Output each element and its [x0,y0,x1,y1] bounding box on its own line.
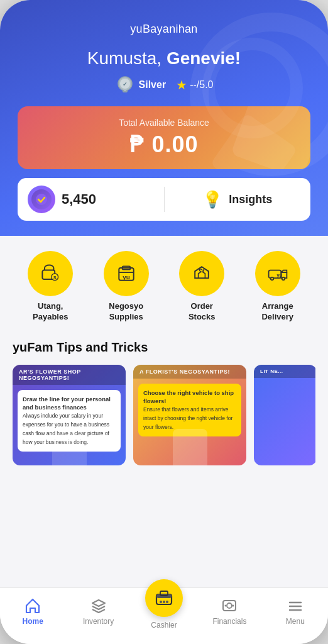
silver-medal-icon: ✓ [115,75,135,95]
nav-home[interactable]: Home [0,594,65,626]
delivery-label: ArrangeDelivery [261,301,293,323]
silver-label: Silver [139,79,167,91]
svg-text:yu: yu [123,274,130,280]
points-section[interactable]: 5,450 [18,178,164,221]
star-rating: ★ --/5.0 [176,77,213,92]
nav-financials[interactable]: Financials [197,594,262,626]
insights-label: Insights [229,193,272,206]
action-supplies[interactable]: yu NegosyoSupplies [98,251,155,323]
username: Genevie! [167,48,241,68]
svg-rect-21 [156,594,172,598]
utang-icon: $ [39,262,62,285]
rating-value: --/5.0 [190,79,213,91]
svg-rect-4 [124,89,126,91]
svg-point-23 [163,601,165,603]
app-title: yuBayanihan [18,23,310,36]
phone-frame: yuBayanihan Kumusta, Genevie! ✓ Silver ★… [0,0,328,644]
greeting-text: Kumusta, [87,48,167,68]
layers-icon [90,597,107,614]
points-value: 5,450 [62,191,96,208]
tip-card-3-header: LIT NE... [254,365,315,378]
quick-actions: $ Utang,Payables yu NegosyoSupplies [13,251,315,323]
stocks-label: OrderStocks [189,301,216,323]
nav-financials-label: Financials [212,617,246,626]
svg-point-24 [166,601,168,603]
svg-point-16 [271,278,273,280]
svg-text:✓: ✓ [123,81,128,87]
balance-card: Total Available Balance ₱ 0.00 [18,106,310,169]
nav-inventory-label: Inventory [83,617,114,626]
utang-label: Utang,Payables [33,301,68,323]
header-section: yuBayanihan Kumusta, Genevie! ✓ Silver ★… [0,0,328,236]
nav-home-label: Home [23,617,43,626]
cashier-icon [154,588,174,608]
main-content: $ Utang,Payables yu NegosyoSupplies [0,236,328,587]
balance-amount: ₱ 0.00 [33,131,295,158]
star-icon: ★ [176,77,187,92]
cashier-fab-button[interactable] [145,579,183,617]
nav-inventory[interactable]: Inventory [65,594,131,626]
svg-point-28 [225,605,227,607]
tips-cards: AR'S FLOWER SHOP NEGOSYANTIPS! Draw the … [13,365,315,473]
bulb-icon: 💡 [202,190,222,209]
tip-card-1[interactable]: AR'S FLOWER SHOP NEGOSYANTIPS! Draw the … [13,365,126,465]
badge-row: ✓ Silver ★ --/5.0 [18,75,310,95]
greeting: Kumusta, Genevie! [18,48,310,69]
nav-cashier-label: Cashier [151,621,177,630]
silver-badge: ✓ Silver [115,75,167,95]
bottom-nav: Home Inventory Cashier [0,587,328,644]
svg-text:yu: yu [276,272,282,278]
balance-label: Total Available Balance [33,118,295,128]
action-utang[interactable]: $ Utang,Payables [22,251,79,323]
action-delivery[interactable]: yu ArrangeDelivery [249,251,306,323]
action-stocks[interactable]: OrderStocks [173,251,230,323]
tip-card-3[interactable]: LIT NE... [254,365,315,465]
menu-icon [287,597,304,614]
svg-point-18 [282,278,284,280]
svg-point-29 [232,605,234,607]
nav-menu[interactable]: Menu [263,594,328,626]
financials-icon [221,597,238,614]
nav-cashier[interactable]: Cashier [131,594,197,630]
tip-card-2[interactable]: A FLORIST'S NEGOSYANTIPS! Choose the rig… [133,365,246,465]
supplies-icon: yu [115,262,138,285]
points-insights-row: 5,450 💡 Insights [18,178,310,221]
svg-point-27 [227,603,232,608]
tips-title: yuFam Tips and Tricks [13,340,315,355]
svg-point-22 [160,601,162,603]
supplies-label: NegosyoSupplies [109,301,143,323]
nav-menu-label: Menu [286,617,305,626]
tip-card-2-header: A FLORIST'S NEGOSYANTIPS! [133,365,246,379]
stocks-icon [190,262,213,285]
delivery-icon: yu [266,262,289,285]
tip-card-1-header: AR'S FLOWER SHOP NEGOSYANTIPS! [13,365,126,385]
svg-text:$: $ [53,275,57,280]
svg-point-5 [36,194,47,205]
insights-section[interactable]: 💡 Insights [165,182,311,217]
checkmark-icon [35,193,48,206]
home-icon [24,597,41,614]
points-coin-icon [28,186,55,213]
